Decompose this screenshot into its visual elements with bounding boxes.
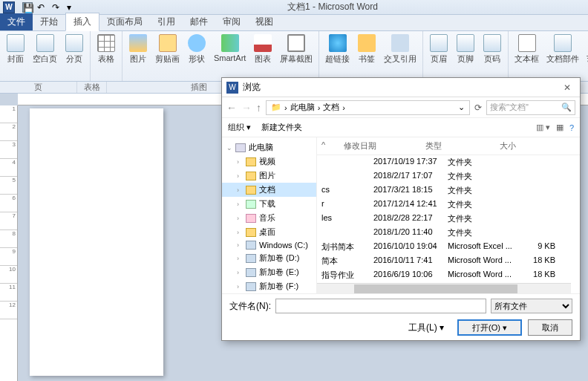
dialog-title: 浏览 <box>243 81 564 94</box>
tree-item[interactable]: ›音乐 <box>222 211 316 225</box>
cover-page-button[interactable]: 封面 <box>3 33 28 81</box>
file-type-select[interactable]: 所有文件 <box>491 299 572 313</box>
col-date[interactable]: 修改日期 <box>344 140 425 152</box>
close-icon[interactable]: ✕ <box>564 82 575 93</box>
hyperlink-button[interactable]: 超链接 <box>322 33 353 81</box>
tree-item[interactable]: ›视频 <box>222 154 316 169</box>
wordart-button[interactable]: A艺术字 <box>584 33 588 81</box>
preview-icon[interactable]: ▦ <box>556 123 564 132</box>
tools-button[interactable]: 工具(L) ▾ <box>408 322 444 334</box>
browse-dialog: W 浏览 ✕ ← → ↑ 📁› 此电脑› 文档› ⌄ ⟳ 搜索"文档"🔍 组织 … <box>221 77 581 341</box>
tab-insert[interactable]: 插入 <box>65 13 99 31</box>
tree-item[interactable]: ›新加卷 (D:) <box>222 251 316 265</box>
redo-icon[interactable]: ↷ <box>52 2 62 13</box>
undo-icon[interactable]: ↶ <box>37 2 48 13</box>
file-row[interactable]: 2018/2/17 17:07文件夹 <box>317 169 580 183</box>
crossref-button[interactable]: 交叉引用 <box>381 33 419 81</box>
horizontal-scrollbar[interactable] <box>317 283 571 293</box>
word-icon: W <box>3 1 15 13</box>
tree-item[interactable]: ›新加卷 (E:) <box>222 265 316 279</box>
table-button[interactable]: 表格 <box>94 33 119 81</box>
search-input[interactable]: 搜索"文档"🔍 <box>486 100 575 115</box>
up-icon[interactable]: ↑ <box>256 102 261 114</box>
view-icon[interactable]: ▥ ▾ <box>536 123 550 132</box>
col-size[interactable]: 大小 <box>500 140 575 152</box>
file-row[interactable]: 简本2016/10/11 7:41Microsoft Word ...18 KB <box>317 254 580 268</box>
organize-button[interactable]: 组织 ▾ <box>228 122 251 133</box>
tab-file[interactable]: 文件 <box>0 13 33 30</box>
file-row[interactable]: cs2017/3/21 18:15文件夹 <box>317 183 580 198</box>
header-button[interactable]: 页眉 <box>426 33 451 81</box>
clipart-button[interactable]: 剪贴画 <box>152 33 183 81</box>
tree-item[interactable]: ›下载 <box>222 197 316 211</box>
file-row[interactable]: 划书简本2016/10/10 19:04Microsoft Excel ...9… <box>317 240 580 254</box>
new-folder-button[interactable]: 新建文件夹 <box>261 122 302 133</box>
tab-references[interactable]: 引用 <box>150 13 183 30</box>
col-type[interactable]: 类型 <box>425 140 500 152</box>
dialog-word-icon: W <box>226 82 238 94</box>
blank-page-button[interactable]: 空白页 <box>30 33 60 81</box>
file-row[interactable]: les2018/2/28 22:17文件夹 <box>317 212 580 226</box>
tab-layout[interactable]: 页面布局 <box>99 13 150 30</box>
tree-item[interactable]: ⌄此电脑 <box>222 140 316 154</box>
folder-tree: ⌄此电脑›视频›图片›文档›下载›音乐›桌面›Windows (C:)›新加卷 … <box>222 137 317 293</box>
address-bar[interactable]: 📁› 此电脑› 文档› ⌄ <box>266 100 470 115</box>
screenshot-button[interactable]: 屏幕截图 <box>277 33 316 81</box>
back-icon[interactable]: ← <box>226 102 237 114</box>
cancel-button[interactable]: 取消 <box>528 319 572 336</box>
qat-more-icon[interactable]: ▾ <box>67 2 77 13</box>
ribbon-tabs: 文件 开始 插入 页面布局 引用 邮件 审阅 视图 <box>0 15 588 31</box>
group-tables: 表格 <box>77 82 107 93</box>
tree-item[interactable]: ›桌面 <box>222 225 316 239</box>
file-list: ^ 修改日期 类型 大小 2017/10/19 17:37文件夹2018/2/1… <box>317 137 580 293</box>
tab-mailings[interactable]: 邮件 <box>183 13 215 30</box>
search-icon: 🔍 <box>561 102 572 112</box>
ribbon: 封面 空白页 分页 表格 图片 剪贴画 形状 SmartArt 图表 屏幕截图 … <box>0 31 588 82</box>
smartart-button[interactable]: SmartArt <box>211 33 249 81</box>
help-icon[interactable]: ? <box>569 123 574 132</box>
file-row[interactable]: 指导作业2016/6/19 10:06Microsoft Word ...18 … <box>317 268 580 282</box>
tab-home[interactable]: 开始 <box>33 13 65 30</box>
shapes-button[interactable]: 形状 <box>184 33 209 81</box>
picture-button[interactable]: 图片 <box>125 33 151 81</box>
bookmark-button[interactable]: 书签 <box>354 33 379 81</box>
tree-item[interactable]: ›图片 <box>222 169 316 183</box>
file-row[interactable]: 2018/1/20 11:40文件夹 <box>317 226 580 240</box>
footer-button[interactable]: 页脚 <box>453 33 478 81</box>
tree-item[interactable]: ›Windows (C:) <box>222 239 316 251</box>
filename-input[interactable] <box>275 299 486 313</box>
tree-item[interactable]: ›新加卷 (F:) <box>222 279 316 293</box>
document-page[interactable] <box>30 108 163 376</box>
file-row[interactable]: 2017/10/19 17:37文件夹 <box>317 155 580 169</box>
chart-button[interactable]: 图表 <box>250 33 275 81</box>
tab-view[interactable]: 视图 <box>248 13 281 30</box>
textbox-button[interactable]: 文本框 <box>512 33 542 81</box>
file-row[interactable]: r2017/12/14 12:41文件夹 <box>317 198 580 212</box>
tab-review[interactable]: 审阅 <box>215 13 248 30</box>
quickparts-button[interactable]: 文档部件 <box>543 33 582 81</box>
forward-icon[interactable]: → <box>241 102 252 114</box>
tree-item[interactable]: ›文档 <box>222 183 316 197</box>
pagenum-button[interactable]: 页码 <box>480 33 505 81</box>
open-button[interactable]: 打开(O) ▾ <box>457 319 522 336</box>
filename-label: 文件名(N): <box>229 300 271 313</box>
vertical-ruler[interactable]: 1234 5678 9101112 <box>0 105 18 381</box>
group-pages: 页 <box>0 82 77 93</box>
window-title: 文档1 - Microsoft Word <box>77 1 588 13</box>
refresh-icon[interactable]: ⟳ <box>474 102 482 113</box>
page-break-button[interactable]: 分页 <box>62 33 87 81</box>
save-icon[interactable]: 💾 <box>22 2 33 13</box>
